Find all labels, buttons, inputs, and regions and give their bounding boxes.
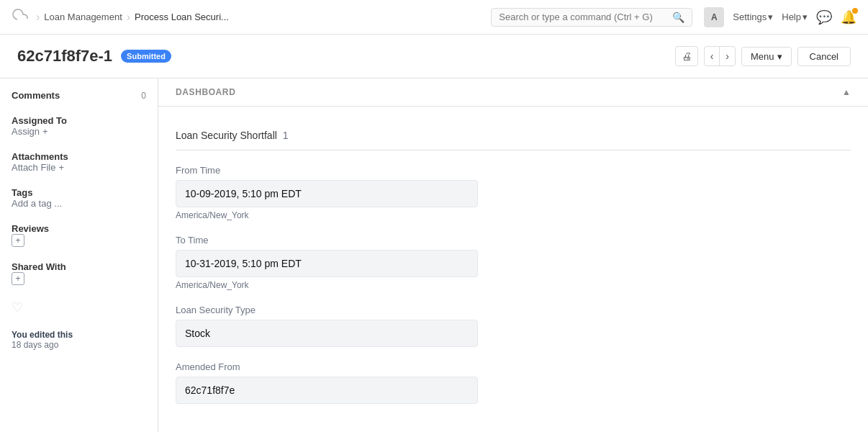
print-button[interactable]: 🖨 xyxy=(675,46,698,66)
breadcrumb-sep-2: › xyxy=(127,11,130,24)
reviews-label: Reviews xyxy=(12,223,146,234)
shortfall-row: Loan Security Shortfall 1 xyxy=(176,121,851,150)
settings-button[interactable]: Settings ▾ xyxy=(733,12,773,22)
to-time-label: To Time xyxy=(176,235,851,246)
dashboard-title: DASHBOARD xyxy=(176,87,235,97)
activity-author: You edited this xyxy=(12,330,73,340)
activity-section: You edited this 18 days ago xyxy=(12,330,146,350)
from-time-tz: America/New_York xyxy=(176,210,851,220)
shortfall-label: Loan Security Shortfall xyxy=(176,130,277,141)
breadcrumb-loan-management[interactable]: Loan Management xyxy=(44,12,122,22)
top-nav: › Loan Management › Process Loan Securi.… xyxy=(0,0,868,35)
cloud-logo-icon xyxy=(12,6,32,28)
tags-section: Tags Add a tag ... xyxy=(12,187,146,209)
prev-button[interactable]: ‹ xyxy=(705,47,720,66)
amended-from-section: Amended From 62c71f8f7e xyxy=(176,361,851,404)
security-type-section: Loan Security Type Stock xyxy=(176,305,851,347)
like-icon[interactable]: ♡ xyxy=(12,300,23,315)
page-header: 62c71f8f7e-1 Submitted 🖨 ‹ › Menu ▾ Canc… xyxy=(0,35,868,78)
cancel-button[interactable]: Cancel xyxy=(797,47,851,66)
assign-label: Assign xyxy=(12,126,40,137)
assign-link[interactable]: Assign + xyxy=(12,126,146,137)
sidebar: Comments 0 Assigned To Assign + Attachme… xyxy=(0,78,158,432)
amended-from-value: 62c71f8f7e xyxy=(176,377,478,404)
assign-plus-icon: + xyxy=(42,126,48,137)
status-badge: Submitted xyxy=(121,50,171,63)
search-input[interactable] xyxy=(499,12,672,22)
breadcrumb-current: Process Loan Securi... xyxy=(135,12,229,22)
reviews-add-button[interactable]: + xyxy=(12,234,24,247)
amended-from-label: Amended From xyxy=(176,361,851,372)
security-type-value: Stock xyxy=(176,320,478,347)
next-button[interactable]: › xyxy=(720,47,735,66)
chat-icon[interactable]: 💬 xyxy=(816,9,832,25)
breadcrumb-sep-1: › xyxy=(36,11,40,24)
attach-file-link[interactable]: Attach File + xyxy=(12,162,146,173)
content-area: DASHBOARD ▲ Loan Security Shortfall 1 Fr… xyxy=(158,78,868,432)
menu-button[interactable]: Menu ▾ xyxy=(741,47,792,66)
like-section: ♡ xyxy=(12,300,146,315)
dashboard-header: DASHBOARD ▲ xyxy=(158,78,868,107)
menu-label: Menu xyxy=(751,51,774,62)
help-button[interactable]: Help ▾ xyxy=(782,12,808,22)
assigned-to-label: Assigned To xyxy=(12,115,146,126)
from-time-value: 10-09-2019, 5:10 pm EDT xyxy=(176,180,478,207)
reviews-section: Reviews + xyxy=(12,223,146,247)
shared-with-section: Shared With + xyxy=(12,261,146,285)
attach-plus-icon: + xyxy=(58,162,64,173)
to-time-section: To Time 10-31-2019, 5:10 pm EDT America/… xyxy=(176,235,851,290)
attach-file-label: Attach File xyxy=(12,162,55,173)
to-time-value: 10-31-2019, 5:10 pm EDT xyxy=(176,250,478,277)
settings-chevron-icon: ▾ xyxy=(768,12,773,22)
dashboard-toggle-icon[interactable]: ▲ xyxy=(842,87,851,97)
activity-text: You edited this 18 days ago xyxy=(12,330,146,350)
to-time-tz: America/New_York xyxy=(176,280,851,290)
page-title: 62c71f8f7e-1 xyxy=(17,47,112,66)
attachments-label: Attachments xyxy=(12,151,146,162)
comments-header: Comments 0 xyxy=(12,90,146,101)
attachments-section: Attachments Attach File + xyxy=(12,151,146,173)
activity-time: 18 days ago xyxy=(12,340,58,350)
menu-chevron-icon: ▾ xyxy=(777,51,782,62)
from-time-label: From Time xyxy=(176,165,851,176)
settings-label: Settings xyxy=(733,12,767,22)
nav-right-actions: A Settings ▾ Help ▾ 💬 🔔 xyxy=(704,7,856,27)
main-layout: Comments 0 Assigned To Assign + Attachme… xyxy=(0,78,868,432)
search-bar[interactable]: 🔍 xyxy=(491,8,692,27)
add-tag-link[interactable]: Add a tag ... xyxy=(12,198,146,209)
shared-with-add-button[interactable]: + xyxy=(12,272,24,285)
notification-icon[interactable]: 🔔 xyxy=(841,9,856,25)
from-time-section: From Time 10-09-2019, 5:10 pm EDT Americ… xyxy=(176,165,851,220)
shared-with-label: Shared With xyxy=(12,261,146,272)
assigned-to-section: Assigned To Assign + xyxy=(12,115,146,137)
nav-arrows: ‹ › xyxy=(704,46,736,66)
security-type-label: Loan Security Type xyxy=(176,305,851,315)
notification-dot xyxy=(852,8,858,14)
shortfall-count: 1 xyxy=(283,130,289,141)
avatar: A xyxy=(704,7,724,27)
tags-label: Tags xyxy=(12,187,146,198)
comments-count: 0 xyxy=(141,91,146,101)
comments-section: Comments 0 xyxy=(12,90,146,101)
help-chevron-icon: ▾ xyxy=(803,12,808,22)
page-actions: 🖨 ‹ › Menu ▾ Cancel xyxy=(675,46,851,66)
dashboard-content: Loan Security Shortfall 1 From Time 10-0… xyxy=(158,107,868,418)
help-label: Help xyxy=(782,12,801,22)
search-icon: 🔍 xyxy=(672,12,684,23)
comments-label: Comments xyxy=(12,90,60,101)
